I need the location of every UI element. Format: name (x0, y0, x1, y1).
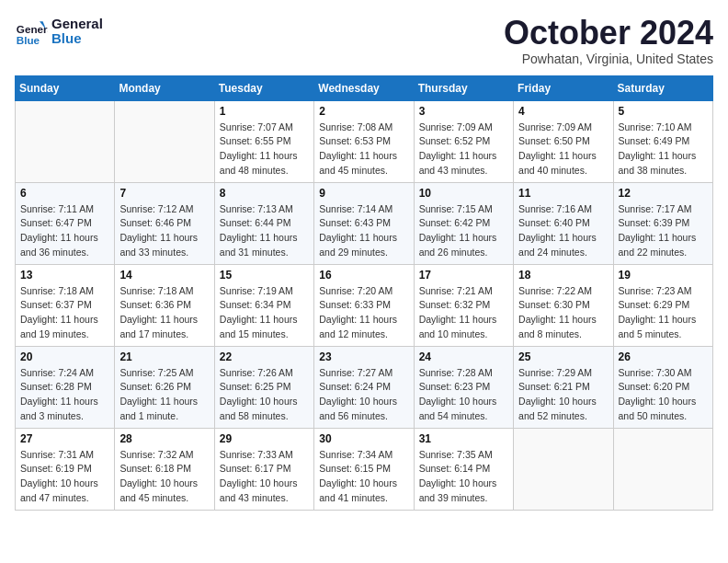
calendar-cell: 19Sunrise: 7:23 AM Sunset: 6:29 PM Dayli… (613, 264, 712, 346)
calendar-cell (514, 428, 613, 510)
day-detail: Sunrise: 7:10 AM Sunset: 6:49 PM Dayligh… (619, 121, 708, 178)
day-detail: Sunrise: 7:29 AM Sunset: 6:21 PM Dayligh… (518, 366, 608, 424)
calendar-cell (613, 428, 712, 510)
calendar-week-row: 6Sunrise: 7:11 AM Sunset: 6:47 PM Daylig… (16, 182, 713, 264)
calendar-table: SundayMondayTuesdayWednesdayThursdayFrid… (15, 75, 713, 511)
day-number: 22 (220, 350, 309, 363)
day-number: 21 (119, 350, 209, 363)
day-number: 18 (518, 269, 608, 282)
day-detail: Sunrise: 7:21 AM Sunset: 6:32 PM Dayligh… (419, 284, 508, 342)
day-number: 31 (419, 432, 508, 445)
calendar-cell: 28Sunrise: 7:32 AM Sunset: 6:18 PM Dayli… (115, 428, 214, 510)
day-detail: Sunrise: 7:20 AM Sunset: 6:33 PM Dayligh… (319, 284, 408, 342)
calendar-cell: 25Sunrise: 7:29 AM Sunset: 6:21 PM Dayli… (514, 346, 613, 428)
weekday-header: Tuesday (214, 75, 313, 100)
weekday-header: Monday (115, 75, 214, 100)
day-number: 4 (518, 105, 608, 118)
calendar-cell: 6Sunrise: 7:11 AM Sunset: 6:47 PM Daylig… (16, 182, 115, 264)
day-detail: Sunrise: 7:31 AM Sunset: 6:19 PM Dayligh… (20, 448, 109, 506)
day-number: 29 (220, 432, 309, 445)
weekday-header: Sunday (16, 75, 115, 100)
calendar-week-row: 20Sunrise: 7:24 AM Sunset: 6:28 PM Dayli… (16, 346, 713, 428)
day-number: 7 (119, 187, 209, 200)
day-detail: Sunrise: 7:22 AM Sunset: 6:30 PM Dayligh… (518, 284, 608, 342)
title-block: October 2024 Powhatan, Virginia, United … (504, 15, 713, 66)
calendar-subtitle: Powhatan, Virginia, United States (504, 52, 713, 66)
page-header: General Blue General Blue October 2024 P… (15, 15, 713, 66)
calendar-cell: 21Sunrise: 7:25 AM Sunset: 6:26 PM Dayli… (115, 346, 214, 428)
calendar-week-row: 27Sunrise: 7:31 AM Sunset: 6:19 PM Dayli… (16, 428, 713, 510)
logo-icon: General Blue (15, 15, 48, 48)
calendar-cell: 11Sunrise: 7:16 AM Sunset: 6:40 PM Dayli… (514, 182, 613, 264)
calendar-cell: 7Sunrise: 7:12 AM Sunset: 6:46 PM Daylig… (115, 182, 214, 264)
day-number: 23 (319, 350, 408, 363)
logo: General Blue General Blue (15, 15, 103, 48)
calendar-cell: 20Sunrise: 7:24 AM Sunset: 6:28 PM Dayli… (16, 346, 115, 428)
day-detail: Sunrise: 7:26 AM Sunset: 6:25 PM Dayligh… (220, 366, 309, 424)
day-detail: Sunrise: 7:18 AM Sunset: 6:37 PM Dayligh… (20, 284, 109, 342)
calendar-cell: 13Sunrise: 7:18 AM Sunset: 6:37 PM Dayli… (16, 264, 115, 346)
day-detail: Sunrise: 7:28 AM Sunset: 6:23 PM Dayligh… (419, 366, 508, 424)
calendar-cell (16, 100, 115, 182)
day-number: 10 (419, 187, 508, 200)
calendar-cell (115, 100, 214, 182)
day-detail: Sunrise: 7:24 AM Sunset: 6:28 PM Dayligh… (20, 366, 109, 424)
day-detail: Sunrise: 7:30 AM Sunset: 6:20 PM Dayligh… (619, 366, 708, 424)
weekday-header: Thursday (414, 75, 513, 100)
day-detail: Sunrise: 7:08 AM Sunset: 6:53 PM Dayligh… (319, 121, 408, 178)
day-number: 30 (319, 432, 408, 445)
day-detail: Sunrise: 7:19 AM Sunset: 6:34 PM Dayligh… (220, 284, 309, 342)
day-detail: Sunrise: 7:12 AM Sunset: 6:46 PM Dayligh… (119, 202, 209, 260)
day-detail: Sunrise: 7:16 AM Sunset: 6:40 PM Dayligh… (518, 202, 608, 260)
day-number: 11 (518, 187, 608, 200)
calendar-cell: 2Sunrise: 7:08 AM Sunset: 6:53 PM Daylig… (314, 100, 414, 182)
day-detail: Sunrise: 7:09 AM Sunset: 6:52 PM Dayligh… (419, 121, 508, 178)
day-detail: Sunrise: 7:14 AM Sunset: 6:43 PM Dayligh… (319, 202, 408, 260)
day-detail: Sunrise: 7:33 AM Sunset: 6:17 PM Dayligh… (220, 448, 309, 506)
svg-text:Blue: Blue (17, 34, 40, 46)
day-number: 25 (518, 350, 608, 363)
calendar-cell: 12Sunrise: 7:17 AM Sunset: 6:39 PM Dayli… (613, 182, 712, 264)
calendar-cell: 5Sunrise: 7:10 AM Sunset: 6:49 PM Daylig… (613, 100, 712, 182)
day-number: 26 (619, 350, 708, 363)
calendar-cell: 8Sunrise: 7:13 AM Sunset: 6:44 PM Daylig… (214, 182, 313, 264)
day-number: 8 (220, 187, 309, 200)
calendar-cell: 9Sunrise: 7:14 AM Sunset: 6:43 PM Daylig… (314, 182, 414, 264)
day-detail: Sunrise: 7:25 AM Sunset: 6:26 PM Dayligh… (119, 366, 209, 424)
calendar-week-row: 13Sunrise: 7:18 AM Sunset: 6:37 PM Dayli… (16, 264, 713, 346)
calendar-cell: 3Sunrise: 7:09 AM Sunset: 6:52 PM Daylig… (414, 100, 513, 182)
day-number: 17 (419, 269, 508, 282)
calendar-cell: 18Sunrise: 7:22 AM Sunset: 6:30 PM Dayli… (514, 264, 613, 346)
calendar-header-row: SundayMondayTuesdayWednesdayThursdayFrid… (16, 75, 713, 100)
day-number: 16 (319, 269, 408, 282)
day-detail: Sunrise: 7:18 AM Sunset: 6:36 PM Dayligh… (119, 284, 209, 342)
day-number: 3 (419, 105, 508, 118)
logo-line2: Blue (51, 31, 103, 47)
day-detail: Sunrise: 7:07 AM Sunset: 6:55 PM Dayligh… (220, 121, 309, 178)
day-number: 2 (319, 105, 408, 118)
day-detail: Sunrise: 7:17 AM Sunset: 6:39 PM Dayligh… (619, 202, 708, 260)
day-detail: Sunrise: 7:35 AM Sunset: 6:14 PM Dayligh… (419, 448, 508, 506)
calendar-title: October 2024 (504, 15, 713, 52)
day-number: 24 (419, 350, 508, 363)
calendar-cell: 10Sunrise: 7:15 AM Sunset: 6:42 PM Dayli… (414, 182, 513, 264)
day-number: 27 (20, 432, 109, 445)
calendar-cell: 17Sunrise: 7:21 AM Sunset: 6:32 PM Dayli… (414, 264, 513, 346)
calendar-cell: 23Sunrise: 7:27 AM Sunset: 6:24 PM Dayli… (314, 346, 414, 428)
calendar-cell: 31Sunrise: 7:35 AM Sunset: 6:14 PM Dayli… (414, 428, 513, 510)
day-detail: Sunrise: 7:15 AM Sunset: 6:42 PM Dayligh… (419, 202, 508, 260)
day-number: 28 (119, 432, 209, 445)
calendar-cell: 15Sunrise: 7:19 AM Sunset: 6:34 PM Dayli… (214, 264, 313, 346)
weekday-header: Saturday (613, 75, 712, 100)
calendar-cell: 4Sunrise: 7:09 AM Sunset: 6:50 PM Daylig… (514, 100, 613, 182)
weekday-header: Friday (514, 75, 613, 100)
calendar-cell: 24Sunrise: 7:28 AM Sunset: 6:23 PM Dayli… (414, 346, 513, 428)
day-detail: Sunrise: 7:09 AM Sunset: 6:50 PM Dayligh… (518, 121, 608, 178)
day-detail: Sunrise: 7:34 AM Sunset: 6:15 PM Dayligh… (319, 448, 408, 506)
day-detail: Sunrise: 7:23 AM Sunset: 6:29 PM Dayligh… (619, 284, 708, 342)
day-number: 12 (619, 187, 708, 200)
calendar-cell: 1Sunrise: 7:07 AM Sunset: 6:55 PM Daylig… (214, 100, 313, 182)
calendar-cell: 27Sunrise: 7:31 AM Sunset: 6:19 PM Dayli… (16, 428, 115, 510)
day-detail: Sunrise: 7:27 AM Sunset: 6:24 PM Dayligh… (319, 366, 408, 424)
logo-line1: General (51, 17, 103, 32)
